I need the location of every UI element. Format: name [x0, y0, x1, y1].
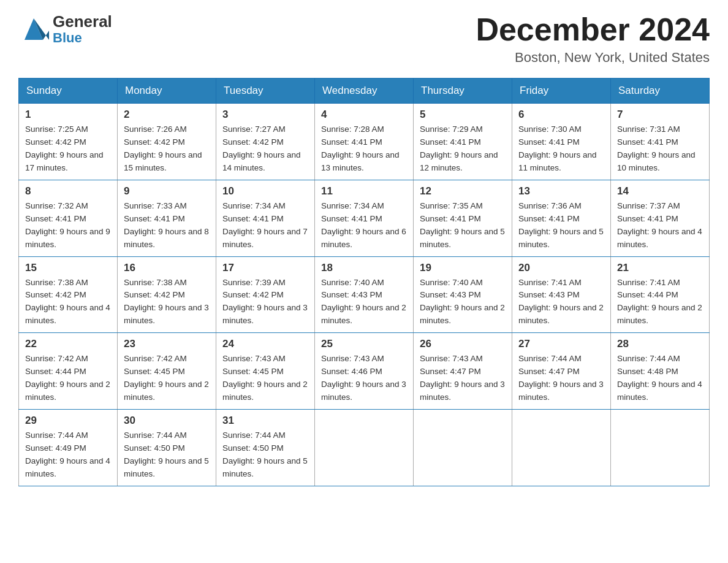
- day-info: Sunrise: 7:32 AMSunset: 4:41 PMDaylight:…: [25, 200, 111, 251]
- day-info: Sunrise: 7:41 AMSunset: 4:44 PMDaylight:…: [617, 277, 703, 328]
- calendar-cell: [512, 409, 611, 486]
- calendar-cell: 6 Sunrise: 7:30 AMSunset: 4:41 PMDayligh…: [512, 104, 611, 180]
- day-number: 26: [420, 338, 506, 350]
- day-header-monday: Monday: [118, 79, 216, 104]
- calendar-cell: 10 Sunrise: 7:34 AMSunset: 4:41 PMDaylig…: [216, 180, 315, 256]
- location-title: Boston, New York, United States: [476, 50, 710, 66]
- title-section: December 2024 Boston, New York, United S…: [476, 12, 710, 66]
- calendar-cell: 2 Sunrise: 7:26 AMSunset: 4:42 PMDayligh…: [118, 104, 216, 180]
- calendar-cell: 5 Sunrise: 7:29 AMSunset: 4:41 PMDayligh…: [414, 104, 512, 180]
- calendar-cell: 30 Sunrise: 7:44 AMSunset: 4:50 PMDaylig…: [118, 409, 216, 486]
- day-header-thursday: Thursday: [414, 79, 512, 104]
- day-info: Sunrise: 7:36 AMSunset: 4:41 PMDaylight:…: [518, 200, 604, 251]
- day-number: 22: [25, 338, 111, 350]
- day-info: Sunrise: 7:34 AMSunset: 4:41 PMDaylight:…: [321, 200, 407, 251]
- calendar-cell: 9 Sunrise: 7:33 AMSunset: 4:41 PMDayligh…: [118, 180, 216, 256]
- day-info: Sunrise: 7:43 AMSunset: 4:46 PMDaylight:…: [321, 353, 407, 404]
- day-info: Sunrise: 7:31 AMSunset: 4:41 PMDaylight:…: [617, 123, 703, 175]
- calendar-cell: 29 Sunrise: 7:44 AMSunset: 4:49 PMDaylig…: [19, 409, 118, 486]
- day-info: Sunrise: 7:44 AMSunset: 4:47 PMDaylight:…: [518, 353, 604, 404]
- day-number: 1: [25, 109, 111, 121]
- calendar-week-row: 15 Sunrise: 7:38 AMSunset: 4:42 PMDaylig…: [19, 256, 710, 333]
- day-number: 19: [420, 262, 506, 274]
- calendar-cell: 25 Sunrise: 7:43 AMSunset: 4:46 PMDaylig…: [315, 333, 414, 410]
- calendar-cell: 17 Sunrise: 7:39 AMSunset: 4:42 PMDaylig…: [216, 256, 315, 333]
- day-number: 3: [222, 109, 308, 121]
- logo-blue-text: Blue: [53, 31, 112, 45]
- calendar-cell: 3 Sunrise: 7:27 AMSunset: 4:42 PMDayligh…: [216, 104, 315, 180]
- day-number: 27: [518, 338, 604, 350]
- calendar-week-row: 1 Sunrise: 7:25 AMSunset: 4:42 PMDayligh…: [19, 104, 710, 180]
- calendar-cell: 15 Sunrise: 7:38 AMSunset: 4:42 PMDaylig…: [19, 256, 118, 333]
- day-number: 17: [222, 262, 308, 274]
- day-number: 28: [617, 338, 703, 350]
- day-number: 24: [222, 338, 308, 350]
- day-number: 23: [124, 338, 210, 350]
- day-number: 16: [124, 262, 210, 274]
- day-info: Sunrise: 7:35 AMSunset: 4:41 PMDaylight:…: [420, 200, 506, 251]
- calendar-cell: 8 Sunrise: 7:32 AMSunset: 4:41 PMDayligh…: [19, 180, 118, 256]
- day-info: Sunrise: 7:39 AMSunset: 4:42 PMDaylight:…: [222, 277, 308, 328]
- day-header-sunday: Sunday: [19, 79, 118, 104]
- day-info: Sunrise: 7:40 AMSunset: 4:43 PMDaylight:…: [420, 277, 506, 328]
- day-number: 11: [321, 185, 407, 197]
- day-header-saturday: Saturday: [611, 79, 710, 104]
- day-number: 15: [25, 262, 111, 274]
- day-number: 8: [25, 185, 111, 197]
- day-info: Sunrise: 7:34 AMSunset: 4:41 PMDaylight:…: [222, 200, 308, 251]
- day-number: 12: [420, 185, 506, 197]
- day-info: Sunrise: 7:27 AMSunset: 4:42 PMDaylight:…: [222, 123, 308, 175]
- calendar-header-row: SundayMondayTuesdayWednesdayThursdayFrid…: [19, 79, 710, 104]
- calendar-cell: 28 Sunrise: 7:44 AMSunset: 4:48 PMDaylig…: [611, 333, 710, 410]
- day-number: 5: [420, 109, 506, 121]
- day-number: 9: [124, 185, 210, 197]
- calendar-cell: 23 Sunrise: 7:42 AMSunset: 4:45 PMDaylig…: [118, 333, 216, 410]
- calendar-cell: [414, 409, 512, 486]
- day-info: Sunrise: 7:28 AMSunset: 4:41 PMDaylight:…: [321, 123, 407, 175]
- day-info: Sunrise: 7:44 AMSunset: 4:50 PMDaylight:…: [222, 429, 308, 481]
- calendar-cell: 16 Sunrise: 7:38 AMSunset: 4:42 PMDaylig…: [118, 256, 216, 333]
- day-number: 4: [321, 109, 407, 121]
- calendar-week-row: 8 Sunrise: 7:32 AMSunset: 4:41 PMDayligh…: [19, 180, 710, 256]
- calendar-cell: 27 Sunrise: 7:44 AMSunset: 4:47 PMDaylig…: [512, 333, 611, 410]
- day-number: 31: [222, 415, 308, 427]
- calendar-cell: 1 Sunrise: 7:25 AMSunset: 4:42 PMDayligh…: [19, 104, 118, 180]
- calendar-cell: 31 Sunrise: 7:44 AMSunset: 4:50 PMDaylig…: [216, 409, 315, 486]
- logo-icon: [18, 12, 49, 46]
- day-info: Sunrise: 7:37 AMSunset: 4:41 PMDaylight:…: [617, 200, 703, 251]
- day-number: 2: [124, 109, 210, 121]
- day-info: Sunrise: 7:33 AMSunset: 4:41 PMDaylight:…: [124, 200, 210, 251]
- day-number: 13: [518, 185, 604, 197]
- calendar-cell: 24 Sunrise: 7:43 AMSunset: 4:45 PMDaylig…: [216, 333, 315, 410]
- day-number: 30: [124, 415, 210, 427]
- logo-general-text: General: [53, 13, 112, 31]
- day-header-tuesday: Tuesday: [216, 79, 315, 104]
- calendar-cell: 22 Sunrise: 7:42 AMSunset: 4:44 PMDaylig…: [19, 333, 118, 410]
- day-info: Sunrise: 7:42 AMSunset: 4:44 PMDaylight:…: [25, 353, 111, 404]
- day-info: Sunrise: 7:44 AMSunset: 4:50 PMDaylight:…: [124, 429, 210, 481]
- logo: General Blue: [18, 12, 112, 46]
- day-info: Sunrise: 7:40 AMSunset: 4:43 PMDaylight:…: [321, 277, 407, 328]
- day-info: Sunrise: 7:41 AMSunset: 4:43 PMDaylight:…: [518, 277, 604, 328]
- calendar-cell: [315, 409, 414, 486]
- day-info: Sunrise: 7:44 AMSunset: 4:49 PMDaylight:…: [25, 429, 111, 481]
- day-header-wednesday: Wednesday: [315, 79, 414, 104]
- day-number: 18: [321, 262, 407, 274]
- calendar-cell: 13 Sunrise: 7:36 AMSunset: 4:41 PMDaylig…: [512, 180, 611, 256]
- day-info: Sunrise: 7:38 AMSunset: 4:42 PMDaylight:…: [124, 277, 210, 328]
- calendar-cell: 20 Sunrise: 7:41 AMSunset: 4:43 PMDaylig…: [512, 256, 611, 333]
- page-header: General Blue December 2024 Boston, New Y…: [18, 12, 710, 66]
- day-info: Sunrise: 7:43 AMSunset: 4:47 PMDaylight:…: [420, 353, 506, 404]
- day-info: Sunrise: 7:42 AMSunset: 4:45 PMDaylight:…: [124, 353, 210, 404]
- calendar-cell: 14 Sunrise: 7:37 AMSunset: 4:41 PMDaylig…: [611, 180, 710, 256]
- calendar-cell: 19 Sunrise: 7:40 AMSunset: 4:43 PMDaylig…: [414, 256, 512, 333]
- day-number: 20: [518, 262, 604, 274]
- day-number: 29: [25, 415, 111, 427]
- day-number: 25: [321, 338, 407, 350]
- day-number: 14: [617, 185, 703, 197]
- day-info: Sunrise: 7:30 AMSunset: 4:41 PMDaylight:…: [518, 123, 604, 175]
- calendar-table: SundayMondayTuesdayWednesdayThursdayFrid…: [18, 78, 710, 486]
- calendar-week-row: 22 Sunrise: 7:42 AMSunset: 4:44 PMDaylig…: [19, 333, 710, 410]
- day-info: Sunrise: 7:25 AMSunset: 4:42 PMDaylight:…: [25, 123, 111, 175]
- calendar-cell: 12 Sunrise: 7:35 AMSunset: 4:41 PMDaylig…: [414, 180, 512, 256]
